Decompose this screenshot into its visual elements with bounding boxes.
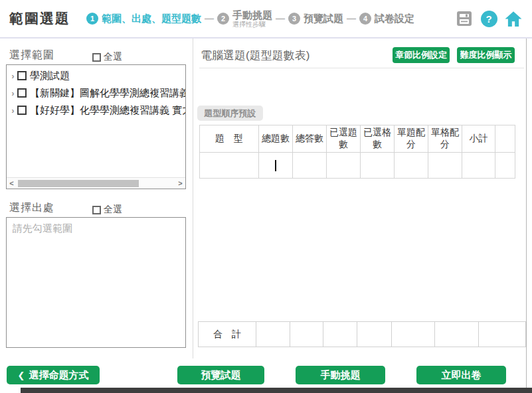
total-cell [434,322,478,347]
step-separator: — [205,13,214,24]
back-to-method-button[interactable]: ❮ 選擇命題方式 [7,366,100,384]
scrollbar-track[interactable] [17,179,175,188]
table-row [200,153,515,179]
cell-selected-questions[interactable] [327,153,361,179]
col-header-selected-questions: 已選題數 [327,125,361,153]
source-placeholder-text: 請先勾選範圍 [7,218,185,240]
table-header-row: 題 型 總題數 總答數 已選題數 已選格數 單題配分 單格配分 小計 [200,125,515,153]
cell-points-per-blank[interactable] [428,153,462,179]
cell-empty[interactable] [495,153,515,179]
scrollbar-thumb[interactable] [18,180,139,187]
tree-item-new-key-handout[interactable]: › 【新關鍵】圖解化學學測總複習講義 隨堂 [7,84,185,102]
step-separator: — [276,13,285,24]
tree-item-gsat-questions[interactable]: › 學測試題 [7,67,185,84]
total-cell [478,322,525,347]
chapter-ratio-button[interactable]: 章節比例設定 [393,47,450,63]
expand-chevron-icon[interactable]: › [9,71,17,81]
step-2-manual-pick[interactable]: 2 手動挑題 選擇性步驟 [217,9,272,29]
generate-paper-button[interactable]: 立即出卷 [416,366,506,384]
step-1-range[interactable]: 1 範圍、出處、題型題數 [86,13,201,25]
range-select-all[interactable]: 全選 [92,51,122,63]
totals-row: 合 計 [198,321,526,347]
computer-selection-title: 電腦選題(題型題數表) [201,48,310,63]
step-separator: — [347,13,356,24]
tree-item-checkbox[interactable] [17,106,27,115]
tree-item-label: 【好好學】化學學測總複習講義 實力評量 [30,104,185,117]
step-3-preview[interactable]: 3 預覽試題 [288,13,343,25]
home-icon[interactable] [505,10,522,27]
total-cell [357,322,391,347]
col-header-total-answers: 總答數 [293,125,327,153]
section-divider [199,68,524,68]
range-section-title: 選擇範圍 [9,48,54,62]
col-header-points-per-question: 單題配分 [395,125,428,153]
step-1-label: 範圍、出處、題型題數 [102,13,201,24]
page-title: 範圍選題 [9,9,70,28]
back-button-label: 選擇命題方式 [29,369,88,382]
tree-item-label: 【新關鍵】圖解化學學測總複習講義 隨堂 [30,87,185,100]
source-select-all-label: 全選 [104,204,122,216]
col-header-question-type: 題 型 [200,125,259,153]
difficulty-ratio-button[interactable]: 難度比例顯示 [457,47,515,63]
total-label: 合 計 [199,322,256,347]
col-header-points-per-blank: 單格配分 [428,125,462,153]
horizontal-scrollbar[interactable]: < > [7,177,185,189]
chevron-left-icon: ❮ [18,370,25,380]
bottom-window-edge [21,388,532,393]
range-listbox: › 學測試題 › 【新關鍵】圖解化學學測總複習講義 隨堂 › 【好好學】化學學測… [6,64,186,189]
step-1-badge: 1 [86,13,98,25]
question-type-table: 題 型 總題數 總答數 已選題數 已選格數 單題配分 單格配分 小計 [199,125,515,179]
help-icon[interactable]: ? [480,10,497,27]
question-type-order-button[interactable]: 題型順序預設 [197,106,263,121]
range-select-all-checkbox[interactable] [92,53,101,62]
step-4-paper-settings[interactable]: 4 試卷設定 [359,13,414,25]
scroll-right-arrow[interactable]: > [175,179,185,187]
app-window: 範圍選題 1 範圍、出處、題型題數 — 2 手動挑題 選擇性步驟 — 3 [0,0,532,393]
total-cell [323,322,357,347]
cell-subtotal[interactable] [462,153,495,179]
scroll-left-arrow[interactable]: < [7,179,17,187]
manual-pick-button[interactable]: 手動挑題 [296,366,385,384]
source-listbox: 請先勾選範圍 [6,217,186,348]
header: 範圍選題 1 範圍、出處、題型題數 — 2 手動挑題 選擇性步驟 — 3 [0,0,532,39]
col-header-empty [495,125,515,153]
text-cursor [275,160,276,171]
window-right-border [526,39,527,388]
expand-chevron-icon[interactable]: › [9,88,17,98]
expand-chevron-icon[interactable]: › [9,106,17,116]
step-4-badge: 4 [359,13,371,25]
header-icons: ? [456,10,522,27]
cell-selected-blanks[interactable] [361,153,395,179]
save-icon[interactable] [456,10,473,27]
cell-question-type[interactable] [200,153,259,179]
range-tree: › 學測試題 › 【新關鍵】圖解化學學測總複習講義 隨堂 › 【好好學】化學學測… [7,65,185,119]
cell-total-questions[interactable] [259,153,293,179]
total-cell [391,322,434,347]
tree-item-study-well-handout[interactable]: › 【好好學】化學學測總複習講義 實力評量 [7,102,185,119]
step-2-badge: 2 [217,13,229,25]
tree-item-label: 學測試題 [30,70,70,82]
step-2-label: 手動挑題 [232,9,272,21]
panel-divider [193,39,193,358]
source-select-all-checkbox[interactable] [92,206,101,214]
col-header-selected-blanks: 已選格數 [361,125,395,153]
col-header-total-questions: 總題數 [259,125,293,153]
source-select-all[interactable]: 全選 [92,204,122,216]
step-3-badge: 3 [288,13,300,25]
tree-item-checkbox[interactable] [17,88,27,98]
step-3-label: 預覽試題 [304,13,343,24]
tree-item-checkbox[interactable] [17,71,27,80]
cell-points-per-question[interactable] [395,153,428,179]
step-4-label: 試卷設定 [375,13,414,24]
preview-questions-button[interactable]: 預覽試題 [177,366,264,384]
range-select-all-label: 全選 [104,51,122,63]
wizard-stepper: 1 範圍、出處、題型題數 — 2 手動挑題 選擇性步驟 — 3 預覽試題 [86,9,414,29]
total-cell [256,322,290,347]
cell-total-answers[interactable] [293,153,327,179]
total-cell [290,322,323,347]
step-2-sublabel: 選擇性步驟 [232,21,272,29]
col-header-subtotal: 小計 [462,125,495,153]
source-section-title: 選擇出處 [9,201,54,215]
